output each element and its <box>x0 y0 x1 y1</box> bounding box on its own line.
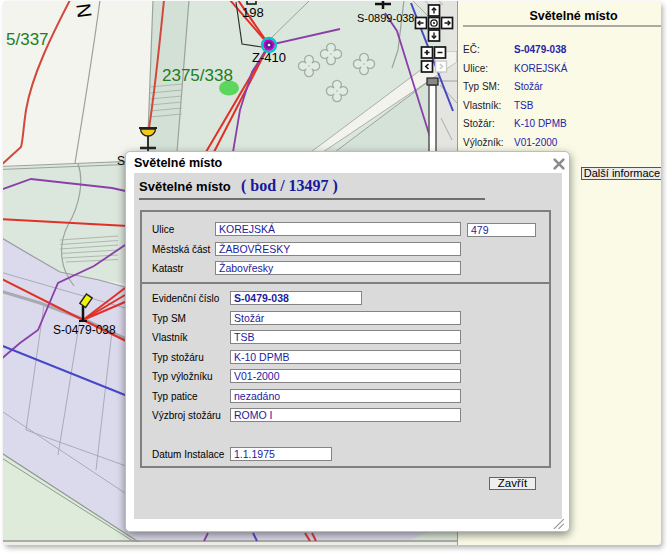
svg-text:2375/338: 2375/338 <box>162 66 233 85</box>
svg-text:S-0899-038: S-0899-038 <box>357 12 415 24</box>
svg-text:Z-410: Z-410 <box>252 50 286 65</box>
svg-text:5/337: 5/337 <box>6 30 49 49</box>
svg-text:N: N <box>72 2 96 19</box>
svg-text:198: 198 <box>242 5 264 20</box>
svg-text:S-0479-038: S-0479-038 <box>53 323 116 337</box>
svg-text:S: S <box>117 154 125 168</box>
